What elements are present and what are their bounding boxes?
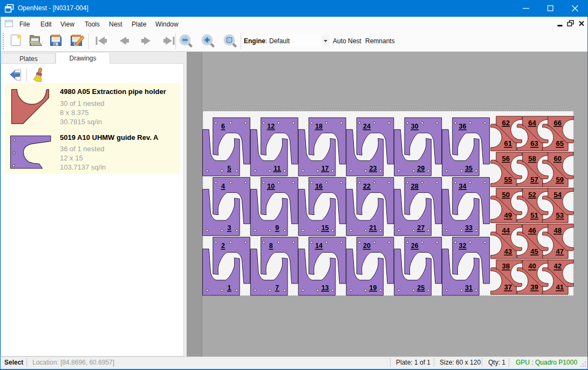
svg-text:41: 41 (556, 283, 563, 291)
svg-text:22: 22 (363, 183, 371, 190)
svg-text:28: 28 (411, 183, 419, 190)
svg-text:54: 54 (553, 191, 562, 199)
svg-text:48: 48 (553, 226, 561, 234)
svg-text:8: 8 (269, 242, 273, 250)
svg-text:46: 46 (528, 226, 536, 234)
svg-text:6: 6 (221, 123, 225, 130)
svg-text:30: 30 (411, 123, 419, 130)
svg-text:52: 52 (528, 191, 536, 199)
svg-text:58: 58 (528, 154, 536, 163)
svg-text:10: 10 (267, 183, 275, 190)
svg-text:56: 56 (502, 154, 510, 163)
svg-text:31: 31 (465, 284, 473, 292)
svg-text:5: 5 (228, 165, 231, 172)
svg-text:32: 32 (459, 242, 467, 250)
svg-text:57: 57 (530, 176, 538, 184)
svg-text:17: 17 (322, 165, 329, 172)
svg-text:47: 47 (556, 247, 563, 255)
svg-text:24: 24 (363, 123, 371, 130)
svg-text:55: 55 (504, 176, 512, 184)
svg-text:63: 63 (530, 139, 538, 147)
svg-text:11: 11 (274, 165, 281, 172)
svg-text:12: 12 (267, 123, 275, 130)
svg-text:29: 29 (417, 165, 425, 172)
svg-text:60: 60 (553, 154, 561, 163)
svg-text:65: 65 (556, 139, 563, 147)
svg-text:35: 35 (465, 165, 473, 172)
svg-text:13: 13 (322, 284, 329, 292)
svg-text:37: 37 (504, 283, 512, 291)
svg-text:42: 42 (553, 262, 561, 270)
svg-text:21: 21 (369, 224, 377, 232)
svg-text:4: 4 (221, 183, 225, 190)
svg-text:15: 15 (322, 224, 329, 232)
svg-text:7: 7 (275, 284, 279, 292)
svg-text:23: 23 (369, 165, 377, 172)
svg-text:40: 40 (528, 262, 536, 270)
svg-text:1: 1 (228, 284, 231, 292)
svg-text:53: 53 (556, 211, 563, 219)
svg-text:61: 61 (504, 139, 512, 147)
svg-text:44: 44 (502, 226, 510, 234)
svg-text:20: 20 (363, 242, 371, 250)
svg-text:49: 49 (504, 211, 512, 219)
svg-text:38: 38 (502, 262, 510, 270)
svg-text:25: 25 (417, 284, 425, 292)
svg-text:14: 14 (315, 242, 323, 250)
svg-text:18: 18 (315, 123, 323, 130)
svg-text:27: 27 (417, 224, 425, 232)
svg-text:39: 39 (530, 283, 538, 291)
svg-text:36: 36 (459, 123, 467, 130)
svg-text:19: 19 (369, 284, 377, 292)
svg-text:62: 62 (502, 119, 510, 127)
svg-text:9: 9 (275, 224, 279, 232)
svg-text:16: 16 (315, 183, 323, 190)
svg-text:50: 50 (502, 191, 510, 199)
svg-text:59: 59 (556, 176, 563, 184)
svg-text:66: 66 (553, 119, 561, 127)
svg-text:3: 3 (228, 224, 231, 232)
svg-text:43: 43 (504, 247, 512, 255)
svg-text:33: 33 (465, 224, 473, 232)
svg-text:51: 51 (530, 211, 538, 219)
svg-text:26: 26 (411, 242, 419, 250)
svg-text:2: 2 (221, 242, 225, 250)
svg-text:64: 64 (528, 119, 536, 127)
svg-text:45: 45 (530, 247, 538, 255)
svg-text:34: 34 (459, 183, 467, 190)
